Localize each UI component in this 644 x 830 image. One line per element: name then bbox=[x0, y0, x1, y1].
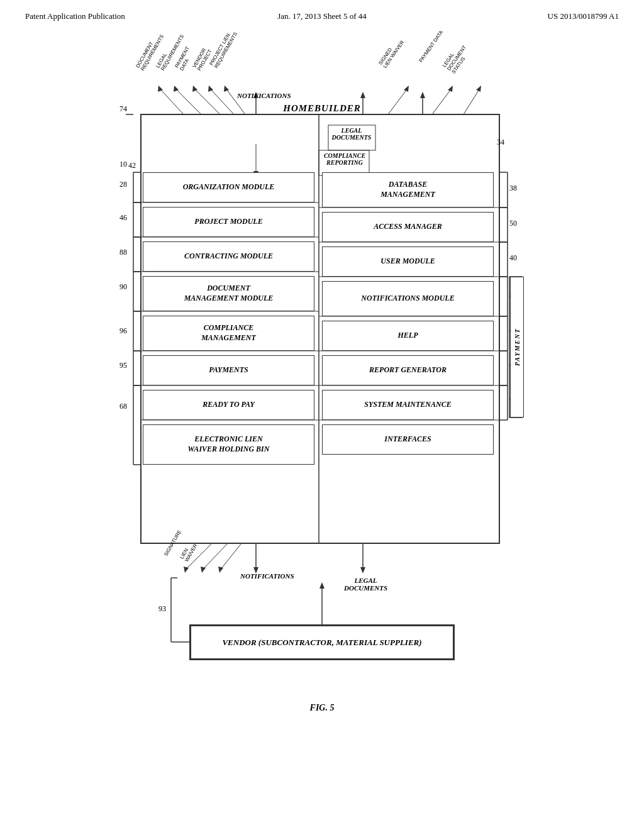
notifications-top-label: NOTIFICATIONS bbox=[237, 92, 291, 99]
header-patent-number: US 2013/0018799 A1 bbox=[421, 11, 619, 21]
svg-marker-51 bbox=[218, 567, 223, 573]
angled-label-signature: SIGNATURE bbox=[163, 529, 182, 557]
svg-marker-35 bbox=[448, 86, 453, 92]
ref-96: 96 bbox=[119, 326, 127, 336]
module-ready-to-pay: READY TO PAY bbox=[143, 390, 314, 420]
ref-95: 95 bbox=[119, 361, 127, 370]
legal-documents-bottom-label: LEGALDOCUMENTS bbox=[344, 577, 387, 592]
svg-line-26 bbox=[195, 89, 220, 114]
svg-marker-47 bbox=[184, 567, 189, 573]
svg-marker-53 bbox=[319, 582, 325, 589]
ref-74: 74 bbox=[119, 104, 127, 114]
ref-28: 28 bbox=[119, 180, 127, 189]
module-interfaces: INTERFACES bbox=[322, 424, 494, 455]
compliance-reporting-label: COMPLIANCEREPORTING bbox=[320, 152, 369, 166]
svg-marker-31 bbox=[224, 86, 229, 92]
svg-marker-29 bbox=[208, 86, 213, 92]
ref-34: 34 bbox=[497, 138, 504, 147]
module-help: HELP bbox=[322, 321, 494, 351]
angled-label-legal-doc-status: LEGALDOCUMENTSTATUS bbox=[441, 42, 472, 75]
ref-10: 10 bbox=[119, 160, 127, 169]
module-organization: ORGANIZATION MODULE bbox=[143, 172, 314, 202]
svg-marker-25 bbox=[174, 86, 179, 92]
angled-label-vendor-project: VENDORPROJECT bbox=[191, 46, 213, 72]
module-compliance-management: COMPLIANCEMANAGEMENT bbox=[143, 316, 314, 351]
figure-label: FIG. 5 bbox=[310, 703, 335, 713]
module-electronic-lien: ELECTRONIC LIENWAIVER HOLDING BIN bbox=[143, 424, 314, 465]
angled-label-project-lien: PROJECT LIENREQUIREMENTS bbox=[208, 28, 238, 69]
ref-93: 93 bbox=[158, 604, 166, 614]
homebuilder-label: HOMEBUILDER bbox=[228, 103, 416, 114]
svg-marker-23 bbox=[158, 86, 163, 92]
ref-46: 46 bbox=[119, 213, 127, 223]
vendor-box: VENDOR (SUBCONTRACTOR, MATERIAL SUPPLIER… bbox=[190, 625, 454, 660]
svg-marker-19 bbox=[360, 92, 365, 98]
ref-38: 38 bbox=[509, 184, 517, 193]
header-publication: Patent Application Publication bbox=[25, 11, 223, 21]
payment-vertical-label: PAYMENT bbox=[510, 277, 524, 418]
svg-marker-21 bbox=[420, 92, 425, 98]
svg-marker-49 bbox=[201, 567, 206, 573]
module-report-generator: REPORT GENERATOR bbox=[322, 355, 494, 385]
svg-line-24 bbox=[176, 89, 201, 114]
notifications-bottom-label: NOTIFICATIONS bbox=[240, 572, 294, 580]
svg-line-34 bbox=[432, 89, 451, 114]
angled-label-signed-lien: SIGNEDLIEN WAIVER bbox=[377, 36, 405, 69]
module-user: USER MODULE bbox=[322, 246, 494, 277]
svg-marker-27 bbox=[192, 86, 197, 92]
legal-documents-top-label: LEGALDOCUMENTS bbox=[330, 127, 373, 141]
module-access-manager: ACCESS MANAGER bbox=[322, 212, 494, 242]
diagram-container: HOMEBUILDER NOTIFICATIONS LEGALDOCUMENTS… bbox=[102, 40, 542, 732]
svg-line-48 bbox=[204, 543, 228, 568]
svg-line-22 bbox=[160, 89, 184, 114]
module-notifications: NOTIFICATIONS MODULE bbox=[322, 281, 494, 316]
ref-68: 68 bbox=[119, 402, 127, 411]
ref-90: 90 bbox=[119, 282, 127, 292]
module-payments: PAYMENTS bbox=[143, 355, 314, 385]
ref-50: 50 bbox=[509, 219, 517, 228]
angled-label-payment-data-r: PAYMENT DATA bbox=[418, 30, 445, 64]
module-system-maintenance: SYSTEM MAINTENANCE bbox=[322, 390, 494, 420]
svg-line-36 bbox=[464, 89, 479, 114]
svg-marker-33 bbox=[404, 86, 409, 92]
module-database-management: DATABASEMANAGEMENT bbox=[322, 172, 494, 208]
svg-line-50 bbox=[221, 543, 242, 568]
module-project: PROJECT MODULE bbox=[143, 207, 314, 237]
module-contracting: CONTRACTING MODULE bbox=[143, 241, 314, 272]
ref-42: 42 bbox=[128, 161, 136, 170]
svg-marker-45 bbox=[360, 567, 365, 573]
ref-40: 40 bbox=[509, 253, 517, 263]
svg-marker-37 bbox=[476, 86, 481, 92]
angled-label-lien-waiver: LIENWAIVER bbox=[179, 540, 198, 563]
header-date-sheet: Jan. 17, 2013 Sheet 5 of 44 bbox=[223, 11, 421, 21]
ref-88: 88 bbox=[119, 248, 127, 257]
module-document-management: DOCUMENTMANAGEMENT MODULE bbox=[143, 276, 314, 311]
